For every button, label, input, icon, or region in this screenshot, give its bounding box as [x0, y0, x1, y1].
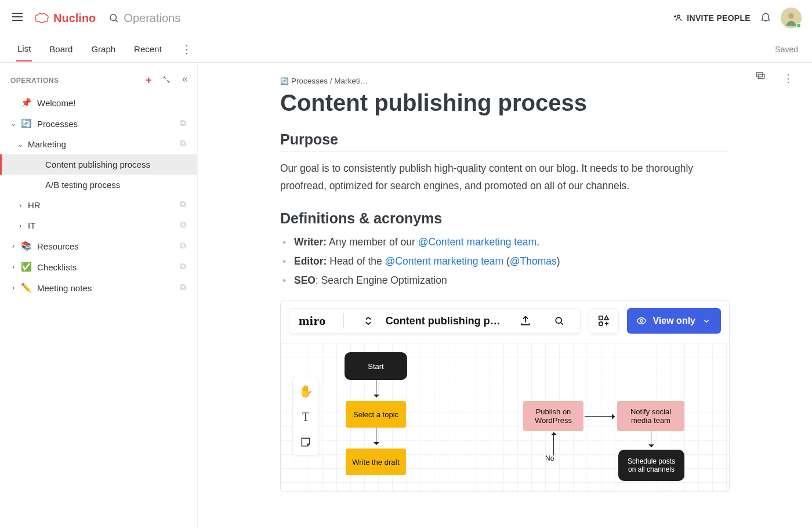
caret-icon: ›	[17, 201, 23, 209]
section-defs-heading: Definitions & acronyms	[280, 210, 730, 227]
svg-rect-23	[756, 73, 763, 77]
svg-rect-22	[182, 285, 186, 290]
svg-rect-12	[182, 142, 186, 146]
invite-label: INVITE PEOPLE	[687, 13, 751, 23]
app-logo[interactable]: Nuclino	[34, 10, 96, 26]
workspace-title: OPERATIONS	[10, 77, 59, 85]
collapse-sidebar-icon[interactable]	[181, 75, 189, 85]
flow-edge-label: No	[545, 454, 554, 462]
sidebar-header: OPERATIONS +	[0, 65, 197, 92]
flow-node-publish[interactable]: Publish on WordPress	[523, 401, 583, 431]
doc-more-icon[interactable]: ⋮	[781, 71, 796, 86]
caret-icon: ›	[10, 263, 16, 271]
tab-graph[interactable]: Graph	[90, 37, 117, 61]
collection-icon	[179, 119, 187, 129]
tab-list[interactable]: List	[16, 37, 32, 62]
caret-icon: ›	[10, 242, 16, 250]
term: SEO	[294, 274, 316, 286]
miro-canvas[interactable]: ✋ T Start Select a topic Write the draft…	[281, 343, 729, 491]
collection-icon	[179, 200, 187, 210]
flow-node-start[interactable]: Start	[345, 352, 407, 380]
user-avatar[interactable]	[781, 8, 802, 28]
caret-icon: ⌄	[17, 140, 23, 149]
miro-search-icon[interactable]	[548, 315, 571, 327]
app-name: Nuclino	[53, 12, 96, 25]
miro-logo: miro	[299, 313, 326, 328]
flow-node-draft[interactable]: Write the draft	[346, 449, 406, 475]
svg-point-8	[788, 13, 794, 19]
sidebar-item[interactable]: ›IT	[0, 215, 197, 236]
shapes-icon[interactable]	[589, 308, 619, 334]
sidebar-item[interactable]: ⌄Marketing	[0, 134, 197, 154]
breadcrumb-text: Processes / Marketi…	[291, 77, 368, 85]
svg-point-3	[110, 15, 117, 21]
page-title[interactable]: Content publishing process	[280, 90, 730, 116]
sidebar-item[interactable]: A/B testing process	[0, 175, 197, 195]
tab-recent[interactable]: Recent	[133, 37, 163, 61]
bell-icon	[760, 11, 771, 23]
export-icon[interactable]	[514, 315, 537, 327]
view-only-button[interactable]: View only	[627, 308, 721, 334]
flow-arrow	[376, 380, 376, 397]
definitions-list[interactable]: Writer: Any member of our @Content marke…	[280, 233, 730, 291]
text-tool-icon[interactable]: T	[293, 404, 318, 429]
svg-rect-13	[180, 202, 184, 206]
chevron-down-icon	[701, 316, 712, 326]
caret-icon: ›	[17, 222, 23, 230]
sidebar-item-label: Marketing	[28, 139, 175, 149]
svg-rect-14	[182, 203, 186, 207]
sidebar-item[interactable]: ›HR	[0, 195, 197, 215]
miro-toolbar: ✋ T	[292, 378, 319, 455]
svg-rect-27	[599, 316, 603, 320]
sidebar-item[interactable]: ⌄🔄Processes	[0, 113, 197, 134]
svg-rect-21	[180, 284, 184, 288]
hand-tool-icon[interactable]: ✋	[293, 378, 318, 404]
svg-rect-16	[182, 223, 186, 227]
sidebar-item[interactable]: ›✏️Meeting notes	[0, 277, 197, 298]
sticky-note-tool-icon[interactable]	[293, 429, 318, 455]
collection-icon	[179, 283, 187, 293]
sidebar-item[interactable]: Content publishing process	[0, 154, 197, 175]
sidebar-item-label: Meeting notes	[37, 283, 175, 293]
mention[interactable]: @Content marketing team	[385, 255, 504, 267]
notifications-button[interactable]	[760, 11, 771, 25]
sidebar-item[interactable]: 📌Welcome!	[0, 92, 197, 113]
svg-rect-18	[182, 244, 186, 248]
item-emoji-icon: 🔄	[21, 118, 31, 129]
miro-embed[interactable]: miro Content publishing p… View only	[280, 301, 730, 492]
sidebar-item-label: Resources	[37, 241, 175, 251]
svg-point-5	[677, 15, 680, 18]
sidebar: OPERATIONS + 📌Welcome!⌄🔄Processes⌄Market…	[0, 63, 198, 528]
search-field[interactable]: Operations	[108, 12, 180, 25]
collection-icon	[179, 241, 187, 251]
list-item: Editor: Head of the @Content marketing t…	[280, 252, 730, 271]
svg-rect-10	[182, 121, 186, 125]
mention[interactable]: @Content marketing team	[418, 236, 537, 248]
svg-rect-11	[180, 141, 184, 145]
svg-rect-17	[180, 243, 184, 247]
svg-line-4	[116, 20, 118, 21]
svg-rect-20	[182, 265, 186, 269]
mention[interactable]: @Thomas	[510, 255, 557, 267]
invite-people-button[interactable]: INVITE PEOPLE	[674, 13, 751, 23]
item-emoji-icon: 📚	[21, 241, 31, 251]
sidebar-item-label: Welcome!	[37, 98, 189, 108]
sidebar-item[interactable]: ›📚Resources	[0, 236, 197, 256]
miro-menu-icon[interactable]	[361, 315, 375, 327]
tab-board[interactable]: Board	[48, 37, 74, 61]
flow-node-select[interactable]: Select a topic	[346, 401, 406, 428]
section-purpose-heading: Purpose	[280, 131, 730, 152]
comments-icon[interactable]	[755, 71, 766, 86]
add-item-icon[interactable]: +	[146, 74, 152, 86]
purpose-paragraph[interactable]: Our goal is to consistently publish high…	[280, 160, 730, 195]
expand-icon[interactable]	[162, 75, 171, 85]
invite-icon	[674, 13, 683, 23]
breadcrumb[interactable]: 🔄 Processes / Marketi…	[280, 77, 730, 85]
menu-icon[interactable]	[10, 10, 24, 26]
flow-node-schedule[interactable]: Schedule posts on all channels	[618, 450, 684, 481]
sidebar-item[interactable]: ›✅Checklists	[0, 256, 197, 277]
view-tabs: List Board Graph Recent ⋮ Saved	[0, 36, 812, 63]
flow-node-notify[interactable]: Notify social media team	[617, 401, 684, 431]
more-views-icon[interactable]: ⋮	[179, 42, 194, 57]
flow-arrow	[376, 428, 376, 445]
